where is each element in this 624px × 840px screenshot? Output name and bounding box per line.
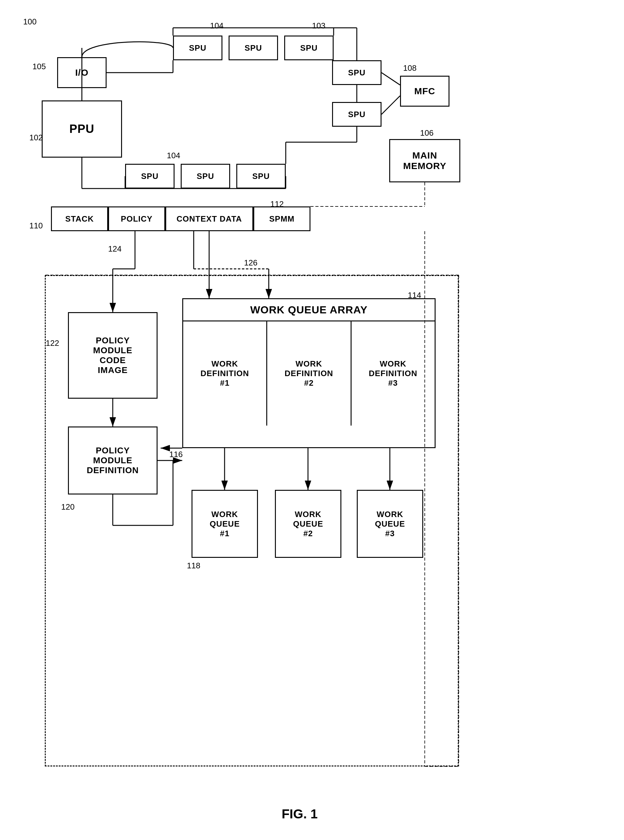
policy-box: POLICY <box>108 206 165 231</box>
ref-122: 122 <box>46 339 59 348</box>
spu1-box: SPU <box>173 36 222 60</box>
policy-module-definition-box: POLICY MODULE DEFINITION <box>68 427 158 495</box>
svg-line-8 <box>382 73 400 85</box>
ref-114: 114 <box>408 291 421 300</box>
spu8-box: SPU <box>236 164 286 189</box>
ref-104-top: 104 <box>210 21 223 31</box>
ref-118: 118 <box>187 561 200 571</box>
context-data-box: CONTEXT DATA <box>165 206 253 231</box>
spu5-box: SPU <box>332 102 382 127</box>
ref-116: 116 <box>169 450 182 459</box>
ref-105: 105 <box>32 62 46 71</box>
spu6-box: SPU <box>125 164 175 189</box>
work-queue-3-box: WORK QUEUE #3 <box>357 490 423 558</box>
ref-126-label: 126 <box>244 258 257 268</box>
fig-caption: FIG. 1 <box>253 807 346 821</box>
ref-124-label: 124 <box>108 244 121 254</box>
io-box: I/O <box>57 57 107 88</box>
work-def-3: WORK DEFINITION #3 <box>352 322 435 425</box>
work-queue-array-box: WORK QUEUE ARRAY WORK DEFINITION #1 WORK… <box>182 298 436 448</box>
work-def-2: WORK DEFINITION #2 <box>267 322 351 425</box>
ref-120: 120 <box>61 502 74 512</box>
spu2-box: SPU <box>229 36 278 60</box>
ref-110: 110 <box>29 221 43 230</box>
work-queue-2-box: WORK QUEUE #2 <box>275 490 341 558</box>
spu3-box: SPU <box>284 36 334 60</box>
ref-104-bottom: 104 <box>167 151 180 160</box>
mfc-box: MFC <box>400 76 449 107</box>
svg-line-9 <box>382 96 400 114</box>
diagram: 100 SPU SPU SPU 104 103 I/O 105 PPU 102 … <box>0 0 624 840</box>
spu7-box: SPU <box>181 164 230 189</box>
work-def-1: WORK DEFINITION #1 <box>183 322 267 425</box>
ref-100: 100 <box>23 17 37 26</box>
ref-106: 106 <box>420 128 433 138</box>
main-memory-box: MAIN MEMORY <box>389 139 460 183</box>
spu4-box: SPU <box>332 60 382 85</box>
spmm-box: SPMM <box>253 206 310 231</box>
ref-102: 102 <box>29 133 43 142</box>
work-queue-1-box: WORK QUEUE #1 <box>192 490 258 558</box>
ref-103: 103 <box>312 21 325 31</box>
ref-108: 108 <box>403 63 416 73</box>
policy-module-code-image-box: POLICY MODULE CODE IMAGE <box>68 312 158 399</box>
stack-box: STACK <box>51 206 108 231</box>
ppu-box: PPU <box>42 101 122 158</box>
